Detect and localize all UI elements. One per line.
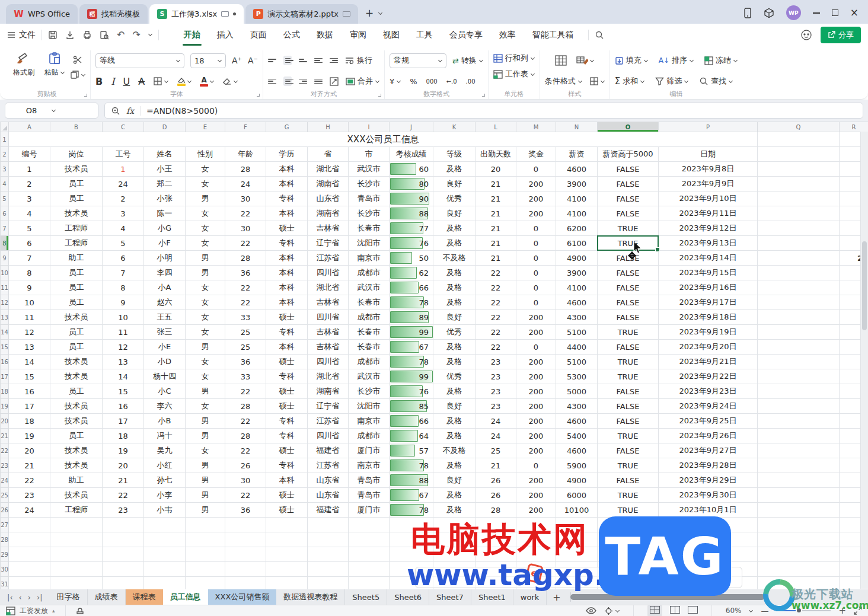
window-tab[interactable]: WWPS Office xyxy=(6,4,78,24)
cell[interactable]: 及格 xyxy=(433,355,476,369)
cell[interactable] xyxy=(9,562,50,577)
cell[interactable] xyxy=(225,518,266,532)
score-cell[interactable]: 62 xyxy=(390,266,433,280)
cell[interactable]: 3 xyxy=(103,206,144,221)
cell[interactable]: 5900 xyxy=(556,458,598,473)
print-icon[interactable] xyxy=(82,30,92,40)
cell[interactable]: 员工 xyxy=(50,340,103,355)
cell[interactable]: 优秀 xyxy=(433,325,476,340)
row-header-13[interactable]: 13 xyxy=(1,310,9,325)
cell[interactable]: 女 xyxy=(186,221,225,236)
align-top-icon[interactable] xyxy=(268,58,276,63)
sheet-title-cell[interactable]: XXX公司员工信息 xyxy=(9,132,758,147)
cell[interactable]: 及格 xyxy=(433,221,476,236)
cell[interactable]: 青岛市 xyxy=(349,473,390,488)
cell[interactable]: 6200 xyxy=(556,221,598,236)
freeze-button[interactable]: 冻结 xyxy=(704,55,738,66)
cell[interactable]: 小D xyxy=(144,355,186,369)
cell[interactable]: 22 xyxy=(476,340,516,355)
select-all-corner[interactable] xyxy=(1,122,9,132)
fill-color-icon[interactable] xyxy=(177,77,186,86)
cell[interactable]: 优秀 xyxy=(433,369,476,384)
cell[interactable]: 19 xyxy=(9,429,50,443)
cell[interactable]: 长沙市 xyxy=(349,206,390,221)
cell[interactable]: 及格 xyxy=(433,295,476,310)
cell[interactable]: 本科 xyxy=(266,266,308,280)
row-header-27[interactable]: 27 xyxy=(1,518,9,532)
search-icon[interactable] xyxy=(595,30,604,40)
cell[interactable]: 17 xyxy=(103,414,144,429)
cell[interactable]: 技术员 xyxy=(50,399,103,414)
cell[interactable]: 专科 xyxy=(266,414,308,429)
row-header-19[interactable]: 19 xyxy=(1,399,9,414)
increase-decimal-button[interactable]: ←.0 xyxy=(446,78,457,85)
cell[interactable]: 30 xyxy=(225,221,266,236)
cell[interactable] xyxy=(50,562,103,577)
cell[interactable]: 200 xyxy=(516,429,556,443)
cell[interactable] xyxy=(186,562,225,577)
cell[interactable]: 小李 xyxy=(144,488,186,503)
cell[interactable]: 2023年9月15日 xyxy=(659,266,758,280)
sheet-tab-Sheet5[interactable]: Sheet5 xyxy=(345,589,387,605)
cell[interactable]: 员工 xyxy=(50,384,103,399)
cell[interactable]: 辽宁省 xyxy=(308,399,349,414)
cell[interactable]: 22 xyxy=(476,266,516,280)
cell[interactable]: 郑二 xyxy=(144,177,186,191)
cell[interactable]: 6 xyxy=(103,251,144,266)
cell[interactable]: 5000 xyxy=(556,384,598,399)
cell[interactable]: 技术员 xyxy=(50,488,103,503)
cell[interactable]: 杨十四 xyxy=(144,369,186,384)
cell[interactable]: 21 xyxy=(476,177,516,191)
cell[interactable] xyxy=(308,547,349,562)
cell[interactable]: 200 xyxy=(516,191,556,206)
clipboard-expander[interactable] xyxy=(84,94,87,97)
page-view-button[interactable] xyxy=(688,606,698,615)
cell[interactable]: 长春市 xyxy=(349,340,390,355)
cell[interactable]: 22 xyxy=(225,488,266,503)
column-header-J[interactable]: J xyxy=(390,122,433,132)
cell[interactable]: 2023年9月10日 xyxy=(659,191,758,206)
cell[interactable]: 0 xyxy=(516,221,556,236)
cell[interactable] xyxy=(266,532,308,547)
row-header-21[interactable]: 21 xyxy=(1,429,9,443)
cell[interactable]: 女 xyxy=(186,206,225,221)
cell[interactable]: 女 xyxy=(186,295,225,310)
cell[interactable]: 2023年9月18日 xyxy=(659,310,758,325)
cell[interactable]: FALSE xyxy=(598,162,659,177)
cell[interactable]: 青岛市 xyxy=(349,191,390,206)
cell[interactable]: TRUE xyxy=(598,503,659,518)
cell[interactable] xyxy=(144,547,186,562)
insert-function-icon[interactable]: fx xyxy=(126,106,134,116)
cell[interactable]: 5 xyxy=(9,221,50,236)
cell[interactable]: 9 xyxy=(9,280,50,295)
zoom-chevron-icon[interactable] xyxy=(749,609,753,613)
row-header-20[interactable]: 20 xyxy=(1,414,9,429)
cell[interactable]: 小G xyxy=(144,221,186,236)
cell[interactable]: 0 xyxy=(516,340,556,355)
qat-chevron-icon[interactable] xyxy=(148,33,152,37)
cell[interactable]: 员工 xyxy=(50,280,103,295)
format-style-icon[interactable] xyxy=(576,56,588,65)
undo-icon[interactable]: ↶ xyxy=(117,29,125,40)
cell[interactable]: 2023年9月26日 xyxy=(659,429,758,443)
cell[interactable] xyxy=(266,547,308,562)
cell[interactable]: 25 xyxy=(476,443,516,458)
cell[interactable]: 本科 xyxy=(266,473,308,488)
column-header-G[interactable]: G xyxy=(266,122,308,132)
row-header-29[interactable]: 29 xyxy=(1,547,9,562)
cell[interactable]: 0 xyxy=(516,162,556,177)
cell[interactable]: 男 xyxy=(186,458,225,473)
row-header-16[interactable]: 16 xyxy=(1,355,9,369)
cell[interactable]: 4100 xyxy=(556,206,598,221)
export-icon[interactable] xyxy=(65,30,75,40)
score-cell[interactable]: 77 xyxy=(390,221,433,236)
cell[interactable]: FALSE xyxy=(598,399,659,414)
cell[interactable]: 山东省 xyxy=(308,473,349,488)
cell[interactable]: 员工 xyxy=(50,429,103,443)
cell[interactable]: 陈一 xyxy=(144,206,186,221)
row-header-22[interactable]: 22 xyxy=(1,443,9,458)
row-header-9[interactable]: 9 xyxy=(1,251,9,266)
cell[interactable]: 湖北省 xyxy=(308,369,349,384)
avatar[interactable]: WP xyxy=(786,5,801,20)
cell[interactable]: 12 xyxy=(103,340,144,355)
